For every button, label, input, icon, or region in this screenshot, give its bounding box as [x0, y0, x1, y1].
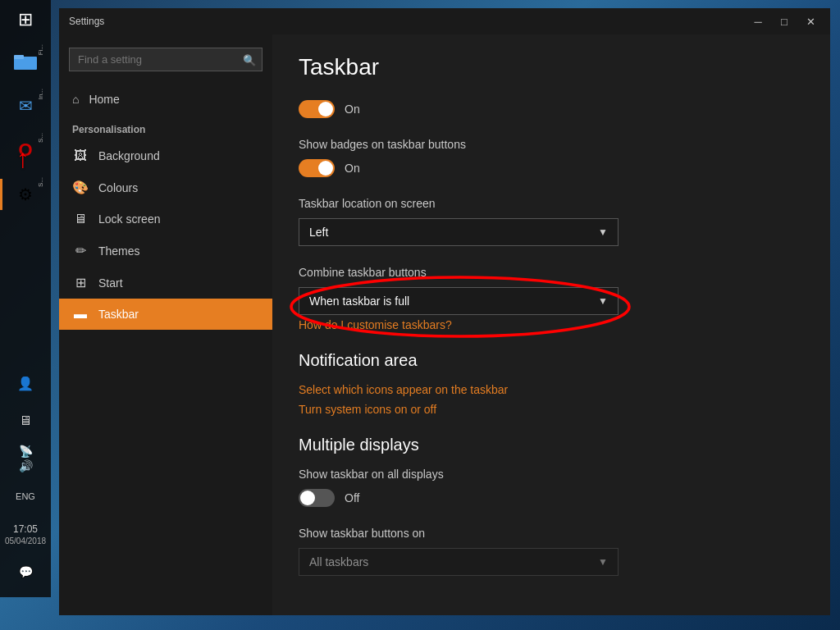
title-bar: Settings ─ □ ✕ — [59, 8, 830, 34]
desktop: ⊞ Fi... ✉ In... O S... — [0, 0, 840, 630]
device-icon: 🖥 — [19, 413, 32, 428]
mail-label: In... — [37, 89, 44, 99]
buttons-on-value: All taskbars — [309, 555, 368, 568]
home-icon: ⌂ — [72, 93, 79, 106]
taskbar-icon: ▬ — [72, 307, 89, 322]
colours-label: Colours — [98, 181, 138, 194]
badges-label: Show badges on taskbar buttons — [299, 138, 804, 151]
nav-item-colours[interactable]: 🎨 Colours — [59, 171, 272, 203]
files-icon — [11, 47, 40, 76]
taskbar-person[interactable]: 👤 — [0, 364, 51, 402]
location-value: Left — [309, 226, 328, 239]
location-dropdown[interactable]: Left ▼ — [299, 218, 619, 246]
toggle3-state: Off — [345, 491, 359, 504]
lockscreen-label: Lock screen — [98, 212, 160, 226]
combine-section: Combine taskbar buttons When taskbar is … — [299, 266, 804, 331]
time-label: 17:05 — [13, 523, 38, 535]
settings-icon: ⚙ — [11, 180, 40, 209]
all-displays-label: Show taskbar on all displays — [299, 468, 804, 481]
taskbar-clock[interactable]: 17:05 05/04/2018 — [0, 515, 51, 553]
lang-label: ENG — [16, 491, 35, 501]
toggle1-row: On — [299, 100, 804, 118]
close-button[interactable]: ✕ — [801, 13, 820, 30]
notification-section: Notification area Select which icons app… — [299, 351, 804, 416]
home-label: Home — [89, 93, 119, 106]
themes-icon: ✏ — [72, 243, 89, 258]
nav-search-container: 🔍 — [69, 48, 262, 71]
taskbar-label: Taskbar — [98, 308, 139, 321]
nav-home[interactable]: ⌂ Home — [59, 84, 272, 114]
taskbar-toggle-section: On — [299, 100, 804, 118]
badges-toggle[interactable] — [299, 159, 335, 177]
page-title: Taskbar — [299, 54, 804, 80]
person-icon: 👤 — [17, 376, 34, 391]
nav-item-start[interactable]: ⊞ Start — [59, 267, 272, 299]
search-input[interactable] — [69, 48, 262, 71]
taskbar-volume-group: 📡 🔊 — [0, 440, 51, 477]
settings-label: S... — [37, 177, 44, 187]
notification-link1[interactable]: Select which icons appear on the taskbar — [299, 383, 804, 396]
location-label: Taskbar location on screen — [299, 197, 804, 210]
left-taskbar: ⊞ Fi... ✉ In... O S... — [0, 0, 51, 597]
lockscreen-icon: 🖥 — [72, 212, 89, 226]
settings-body: 🔍 ⌂ Home Personalisation 🖼 Background 🎨 … — [59, 34, 830, 615]
search-icon: 🔍 — [243, 53, 256, 66]
nav-item-themes[interactable]: ✏ Themes — [59, 235, 272, 267]
nav-item-background[interactable]: 🖼 Background — [59, 140, 272, 171]
nav-item-lockscreen[interactable]: 🖥 Lock screen — [59, 203, 272, 235]
background-label: Background — [98, 149, 160, 162]
settings-window: Settings ─ □ ✕ 🔍 ⌂ Home — [59, 8, 830, 615]
taskbar-device[interactable]: 🖥 — [0, 402, 51, 440]
notification-title: Notification area — [299, 351, 804, 370]
toggle3-knob — [300, 491, 315, 505]
multiple-title: Multiple displays — [299, 436, 804, 454]
colours-icon: 🎨 — [72, 180, 89, 195]
location-section: Taskbar location on screen Left ▼ — [299, 197, 804, 246]
files-label: Fi... — [37, 44, 44, 55]
notification-link2[interactable]: Turn system icons on or off — [299, 403, 804, 416]
badges-section: Show badges on taskbar buttons On — [299, 138, 804, 177]
combine-label: Combine taskbar buttons — [299, 266, 804, 279]
nav-section-title: Personalisation — [59, 114, 272, 140]
taskbar-toggle[interactable] — [299, 100, 335, 118]
taskbar-notification[interactable]: 💬 — [0, 553, 51, 591]
mail-icon: ✉ — [11, 91, 40, 121]
toggle3-row: Off — [299, 489, 804, 507]
combine-dropdown[interactable]: When taskbar is full ▼ — [299, 287, 619, 315]
taskbar-item-mail[interactable]: ✉ In... — [0, 84, 51, 128]
leftbar-bottom: 👤 🖥 📡 🔊 ENG 17:05 05/04/2018 💬 — [0, 364, 51, 597]
location-dropdown-arrow: ▼ — [598, 226, 608, 238]
buttons-on-dropdown: All taskbars ▼ — [299, 548, 619, 576]
buttons-on-section: Show taskbar buttons on All taskbars ▼ — [299, 527, 804, 576]
start-label: Start — [98, 276, 123, 290]
combine-dropdown-arrow: ▼ — [598, 295, 608, 307]
toggle2-state: On — [345, 162, 360, 175]
window-title: Settings — [69, 16, 104, 27]
date-label: 05/04/2018 — [5, 536, 46, 546]
customise-link[interactable]: How do I customise taskbars? — [299, 318, 804, 331]
toggle2-knob — [318, 161, 333, 176]
settings-content: Taskbar On Show badges on taskbar button… — [272, 34, 830, 615]
start-button[interactable]: ⊞ — [0, 0, 51, 39]
toggle1-knob — [318, 102, 333, 116]
all-displays-toggle[interactable] — [299, 489, 335, 507]
start-icon: ⊞ — [72, 275, 89, 290]
taskbar-lang[interactable]: ENG — [0, 477, 51, 515]
opera-label: S... — [37, 133, 44, 143]
maximize-button[interactable]: □ — [774, 13, 794, 30]
combine-value: When taskbar is full — [309, 294, 409, 308]
svg-rect-1 — [14, 55, 24, 59]
nav-item-taskbar[interactable]: ▬ Taskbar — [59, 299, 272, 330]
taskbar-item-files[interactable]: Fi... — [0, 39, 51, 84]
minimize-button[interactable]: ─ — [748, 13, 768, 30]
window-controls: ─ □ ✕ — [748, 13, 820, 30]
themes-label: Themes — [98, 244, 140, 258]
multiple-section: Multiple displays Show taskbar on all di… — [299, 436, 804, 507]
taskbar-item-settings[interactable]: ⚙ S... — [0, 172, 51, 217]
background-icon: 🖼 — [72, 148, 89, 163]
buttons-on-label: Show taskbar buttons on — [299, 527, 804, 540]
toggle2-row: On — [299, 159, 804, 177]
settings-nav: 🔍 ⌂ Home Personalisation 🖼 Background 🎨 … — [59, 34, 272, 615]
buttons-on-arrow: ▼ — [598, 556, 608, 568]
toggle1-state: On — [345, 103, 360, 116]
